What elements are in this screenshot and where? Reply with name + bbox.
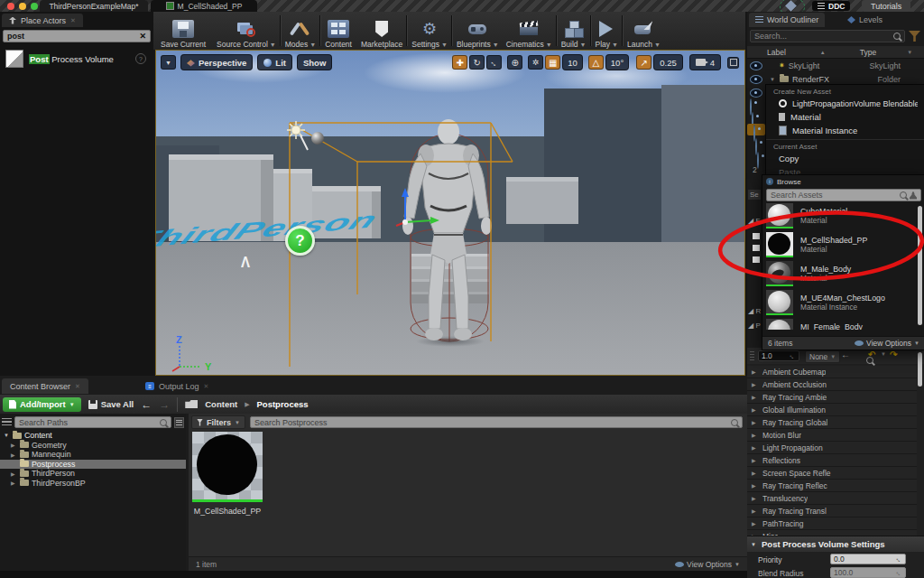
output-log-tab[interactable]: ≡ Output Log ✕ (137, 378, 217, 394)
sphere-reflection-sprite-icon[interactable] (311, 132, 324, 144)
back-arrow-icon[interactable]: ← (141, 398, 152, 411)
browse-search[interactable]: Search Assets (766, 189, 921, 201)
save-all-button[interactable]: Save All (88, 399, 134, 409)
breadcrumb-postprocess[interactable]: Postprocess (257, 399, 309, 409)
category-row[interactable]: ▶Light Propagation (747, 442, 917, 454)
asset-tile-cellshaded[interactable]: M_CellShaded_PP (192, 432, 263, 518)
place-actors-search[interactable]: post ✕ (3, 30, 151, 42)
grid-snap-button[interactable]: ▦ (545, 55, 560, 70)
chevron-down-icon[interactable]: ▼ (881, 351, 886, 357)
translate-gizmo[interactable] (389, 186, 452, 231)
asset-row-malebody[interactable]: M_Male_BodyMaterial (766, 261, 851, 286)
viewport-options-button[interactable]: ▼ (161, 55, 176, 70)
angle-snap-value[interactable]: 10° (605, 54, 629, 70)
blend-radius-input[interactable]: 100.0 ↔ (830, 567, 906, 578)
tree-item-thirdpersonbp[interactable]: ▶ThirdPersonBP (0, 479, 186, 489)
undo-icon[interactable]: ↶ (868, 350, 875, 359)
camera-count-button[interactable]: 4 (689, 54, 721, 70)
ddc-button[interactable]: DDC (812, 1, 850, 11)
mannequin[interactable] (393, 117, 501, 345)
menu-item-material-instance[interactable]: Material Instance (766, 124, 924, 137)
save-current-button[interactable]: Save Current (161, 13, 206, 49)
category-row[interactable]: ▶Reflections (747, 454, 917, 467)
grid-snap-value[interactable]: 10 (562, 54, 583, 70)
visibility-eye-icon[interactable] (757, 152, 759, 169)
place-actors-tab-close-icon[interactable]: ✕ (70, 17, 76, 24)
ppv-settings-header[interactable]: ▼ Post Process Volume Settings (747, 536, 924, 552)
visibility-eye-icon[interactable] (750, 61, 762, 70)
outliner-filter-icon[interactable] (909, 31, 920, 42)
add-import-button[interactable]: Add/Import ▼ (3, 397, 81, 412)
person-icon[interactable] (910, 191, 917, 200)
tree-item-mannequin[interactable]: ▶Mannequin (0, 450, 186, 460)
asset-row-cellshaded[interactable]: M_CellShaded_PPMaterial (766, 232, 867, 257)
source-control-button[interactable]: Source Control▼ (217, 13, 276, 49)
category-row[interactable]: ▶Screen Space Refle (747, 467, 917, 480)
place-actors-result-row[interactable]: Post Process Volume ? (0, 48, 153, 70)
window-tab-material[interactable]: M_CellShaded_PP (151, 0, 257, 12)
angle-snap-button[interactable]: △ (588, 55, 604, 70)
category-row[interactable]: ▶Ambient Cubemap (747, 366, 917, 378)
rotate-tool-button[interactable]: ↻ (469, 55, 485, 70)
question-mark-sprite-icon[interactable]: ? (285, 226, 315, 256)
maximize-viewport-button[interactable] (727, 57, 739, 69)
mac-close-button[interactable] (7, 3, 14, 10)
levels-tab[interactable]: Levels (841, 13, 889, 27)
perspective-button[interactable]: Perspective (180, 54, 253, 70)
blueprints-button[interactable]: Blueprints▼ (457, 13, 499, 49)
category-row[interactable]: ▶Global Illumination (747, 404, 917, 416)
category-row[interactable]: ▶PathTracing (747, 517, 917, 530)
forward-arrow-icon[interactable]: → (159, 398, 170, 411)
redo-icon[interactable]: ↷ (890, 350, 897, 359)
cinematics-button[interactable]: Cinematics▼ (506, 13, 552, 49)
category-row[interactable]: ▶Ray Tracing Reflec (747, 480, 917, 492)
build-button[interactable]: Build▼ (561, 13, 587, 49)
category-row[interactable]: ▶Ray Tracing Transl (747, 505, 917, 517)
search-clear-icon[interactable]: ✕ (139, 32, 146, 41)
back-arrow-icon[interactable]: ← (841, 350, 850, 359)
category-row[interactable]: ▶Motion Blur (747, 429, 917, 442)
asset-row-cubematerial[interactable]: CubeMaterialMaterial (766, 203, 847, 228)
show-button[interactable]: Show (297, 54, 332, 70)
category-row[interactable]: ▶Translucency (747, 492, 917, 505)
none-dropdown[interactable]: None▼ (805, 350, 840, 363)
tab-close-icon[interactable]: ✕ (75, 383, 80, 390)
content-browser-tab[interactable]: Content Browser ✕ (2, 378, 88, 394)
type-column-header[interactable]: Type (860, 48, 876, 57)
content-button[interactable]: Content (325, 13, 352, 49)
camera-speed-button[interactable]: ↗ (636, 55, 651, 70)
asset-row-chestlogo[interactable]: M_UE4Man_ChestLogoMaterial Instance (766, 290, 885, 315)
priority-input[interactable]: 0.0 ↔ (830, 554, 906, 564)
menu-item-material[interactable]: Material (766, 110, 924, 124)
type-filter-icon[interactable]: ▼ (907, 50, 912, 55)
expand-arrow-icon[interactable]: ▼ (770, 77, 776, 82)
list-view-icon[interactable] (174, 417, 184, 428)
collapse-sources-icon[interactable] (2, 418, 12, 427)
category-row[interactable]: ▶Ray Tracing Ambie (747, 391, 917, 404)
launch-button[interactable]: Launch▼ (627, 13, 661, 49)
menu-item-lpv-blendable[interactable]: LightPropagationVolume Blendable (766, 97, 924, 110)
breadcrumb-content[interactable]: Content (205, 399, 237, 409)
label-column-header[interactable]: Label (767, 48, 786, 57)
scale-tool-button[interactable]: ↔ (486, 55, 502, 70)
browse-scrollbar[interactable] (918, 206, 922, 325)
drag-handle[interactable] (750, 351, 754, 360)
lit-button[interactable]: Lit (257, 54, 292, 70)
menu-item-copy[interactable]: Copy (766, 152, 924, 165)
category-row[interactable]: ▶Ray Tracing Global (747, 416, 917, 429)
marketplace-button[interactable]: Marketplace (361, 13, 402, 49)
outliner-search[interactable]: Search... (750, 30, 905, 42)
window-tab-map[interactable]: ThirdPersonExampleMap* (40, 0, 148, 12)
outliner-row-skylight[interactable]: ✷ SkyLight SkyLight (747, 59, 924, 72)
browse-view-options-button[interactable]: View Options ▼ (855, 339, 919, 348)
viewport[interactable]: ThirdPerson Λ (155, 50, 745, 376)
world-local-toggle[interactable]: ⊕ (507, 55, 522, 70)
category-row[interactable]: ▶Ambient Occlusion (747, 378, 917, 391)
move-tool-button[interactable]: ✚ (452, 55, 467, 70)
tutorials-button[interactable]: Tutorials (862, 0, 910, 12)
surface-snap-button[interactable]: ✲ (528, 55, 543, 70)
search-paths-field[interactable]: Search Paths (14, 416, 171, 428)
camera-speed-value[interactable]: 0.25 (653, 54, 683, 70)
settings-button[interactable]: ⚙ Settings▼ (411, 13, 448, 49)
modes-button[interactable]: Modes▼ (285, 13, 316, 49)
